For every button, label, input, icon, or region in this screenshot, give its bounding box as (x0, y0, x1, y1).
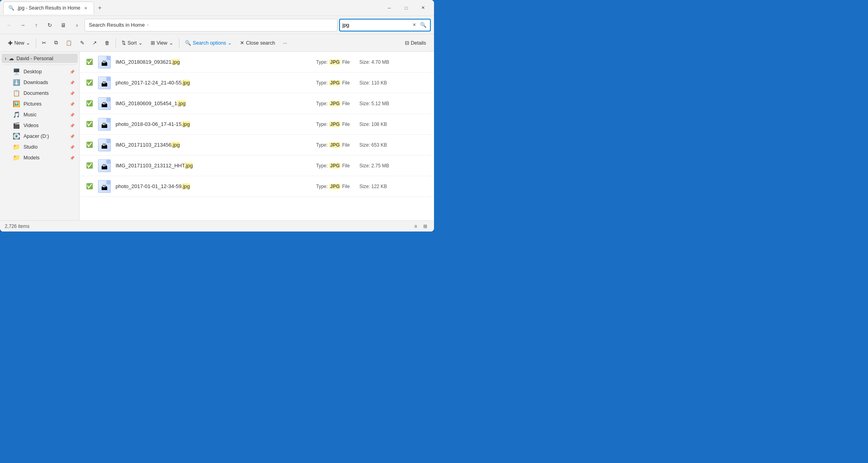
grid-view-button[interactable]: ⊞ (421, 222, 429, 230)
sidebar-item-downloads[interactable]: ⬇️ Downloads 📌 (2, 77, 78, 88)
breadcrumb-bar[interactable]: Search Results in Home › (84, 19, 338, 31)
sidebar-item-documents[interactable]: 📋 Documents 📌 (2, 88, 78, 98)
file-name-area-0: IMG_20180819_093621.jpg (116, 59, 311, 65)
tab-label: .jpg - Search Results in Home (17, 5, 80, 11)
file-check-icon-3: ✅ (86, 121, 93, 128)
more-button[interactable]: ··· (280, 37, 290, 49)
table-row[interactable]: ✅ IMG_20171103_213456.jpg Type: JPG File… (80, 135, 434, 155)
file-name-area-1: photo_2017-12-24_21-40-55.jpg (116, 80, 311, 86)
toolbar: ✚ New ⌄ ✂ ⧉ 📋 ✎ ↗ 🗑 ⇅ Sort ⌄ ⊞ (0, 34, 434, 52)
list-view-button[interactable]: ≡ (412, 222, 420, 230)
back-button[interactable]: ← (3, 19, 15, 31)
studio-icon: 📁 (13, 143, 20, 151)
file-name-6: photo_2017-01-01_12-34-59.jpg (116, 183, 190, 189)
title-bar: 🔍 .jpg - Search Results in Home ✕ + ─ □ … (0, 0, 434, 16)
share-button[interactable]: ↗ (89, 37, 100, 49)
new-chevron-icon: ⌄ (26, 40, 30, 46)
pin-icon-pictures: 📌 (70, 102, 75, 106)
pin-icon-documents: 📌 (70, 91, 75, 96)
table-row[interactable]: ✅ photo_2017-12-24_21-40-55.jpg Type: JP… (80, 73, 434, 93)
file-type-5: Type: JPG File (316, 163, 350, 169)
search-box[interactable]: ✕ 🔍 (339, 19, 431, 31)
forward-button[interactable]: → (17, 19, 29, 31)
sidebar-label-downloads: Downloads (24, 80, 48, 85)
separator-3 (179, 38, 179, 48)
search-options-button[interactable]: 🔍 Search options ⌄ (182, 37, 235, 49)
file-meta-6: Type: JPG File Size: 122 KB (316, 184, 428, 189)
file-check-icon-1: ✅ (86, 79, 93, 86)
clear-search-button[interactable]: ✕ (411, 22, 417, 29)
sidebar-section-david[interactable]: › ☁ David - Personal (2, 54, 78, 63)
new-label: New (14, 40, 24, 46)
refresh-button[interactable]: ↻ (44, 19, 56, 31)
search-input[interactable] (342, 22, 409, 28)
cut-button[interactable]: ✂ (39, 37, 49, 49)
file-type-0: Type: JPG File (316, 59, 350, 65)
file-icon-4 (98, 139, 111, 151)
file-icon-5 (98, 159, 111, 172)
table-row[interactable]: ✅ IMG_20180609_105454_1.jpg Type: JPG Fi… (80, 93, 434, 114)
maximize-button[interactable]: □ (398, 2, 414, 14)
sidebar-label-documents: Documents (24, 90, 49, 96)
pin-icon-apacer: 📌 (70, 134, 75, 139)
this-pc-button[interactable]: 🖥 (57, 19, 69, 31)
copy-button[interactable]: ⧉ (51, 37, 61, 49)
details-button[interactable]: ⊟ Details (402, 37, 429, 49)
file-size-4: Size: 653 KB (359, 142, 387, 148)
sort-button[interactable]: ⇅ Sort ⌄ (118, 37, 146, 49)
file-prefix-3: photo_2018-03-06_17-41-15 (116, 121, 182, 127)
close-button[interactable]: ✕ (415, 2, 431, 14)
search-submit-button[interactable]: 🔍 (419, 20, 428, 30)
rename-button[interactable]: ✎ (77, 37, 88, 49)
file-size-1: Size: 110 KB (359, 80, 387, 86)
file-check-icon-6: ✅ (86, 183, 93, 190)
tab-close-button[interactable]: ✕ (82, 5, 89, 11)
details-icon: ⊟ (405, 40, 409, 46)
sidebar-item-pictures[interactable]: 🖼️ Pictures 📌 (2, 99, 78, 109)
sidebar-item-studio[interactable]: 📁 Studio 📌 (2, 142, 78, 152)
file-suffix-4: .jpg (171, 142, 180, 148)
file-prefix-0: IMG_20180819_093621 (116, 59, 171, 65)
sidebar-item-models[interactable]: 📁 Models 📌 (2, 153, 78, 163)
cut-icon: ✂ (42, 40, 46, 46)
sort-label: Sort (128, 40, 137, 46)
up-button[interactable]: ↑ (30, 19, 42, 31)
pin-icon-downloads: 📌 (70, 80, 75, 85)
address-bar: ← → ↑ ↻ 🖥 › Search Results in Home › ✕ 🔍 (0, 16, 434, 34)
pin-icon-studio: 📌 (70, 145, 75, 149)
sidebar-item-apacer[interactable]: 💽 Apacer (D:) 📌 (2, 131, 78, 141)
file-name-1: photo_2017-12-24_21-40-55.jpg (116, 80, 190, 86)
active-tab[interactable]: 🔍 .jpg - Search Results in Home ✕ (3, 2, 94, 14)
table-row[interactable]: ✅ IMG_20171103_213112_HHT.jpg Type: JPG … (80, 155, 434, 176)
new-tab-button[interactable]: + (94, 2, 105, 14)
sort-icon: ⇅ (122, 40, 126, 46)
separator-1 (36, 38, 36, 48)
cloud-icon: ☁ (9, 55, 14, 61)
view-button[interactable]: ⊞ View ⌄ (147, 37, 177, 49)
file-prefix-2: IMG_20180609_105454_1 (116, 100, 177, 106)
file-name-2: IMG_20180609_105454_1.jpg (116, 100, 186, 106)
sidebar-item-desktop[interactable]: 🖥️ Desktop 📌 (2, 67, 78, 77)
pin-icon-desktop: 📌 (70, 70, 75, 74)
file-thumbnail-6 (98, 180, 111, 193)
nav-chevron[interactable]: › (71, 19, 83, 31)
file-check-icon-0: ✅ (86, 59, 93, 66)
file-check-icon-2: ✅ (86, 100, 93, 107)
close-search-label: Close search (246, 40, 275, 46)
paste-icon: 📋 (66, 40, 72, 46)
minimize-button[interactable]: ─ (381, 2, 397, 14)
new-button[interactable]: ✚ New ⌄ (5, 37, 33, 49)
file-name-4: IMG_20171103_213456.jpg (116, 142, 180, 148)
delete-button[interactable]: 🗑 (102, 37, 113, 49)
rename-icon: ✎ (80, 40, 84, 46)
table-row[interactable]: ✅ photo_2018-03-06_17-41-15.jpg Type: JP… (80, 114, 434, 135)
close-search-button[interactable]: ✕ Close search (237, 37, 278, 49)
sidebar-item-videos[interactable]: 🎬 Videos 📌 (2, 120, 78, 131)
main-area: › ☁ David - Personal 🖥️ Desktop 📌 ⬇️ Dow… (0, 52, 434, 220)
file-size-0: Size: 4.70 MB (359, 59, 389, 65)
table-row[interactable]: ✅ photo_2017-01-01_12-34-59.jpg Type: JP… (80, 176, 434, 197)
sidebar-item-music[interactable]: 🎵 Music 📌 (2, 110, 78, 120)
file-type-2: Type: JPG File (316, 101, 350, 106)
table-row[interactable]: ✅ IMG_20180819_093621.jpg Type: JPG File… (80, 52, 434, 73)
paste-button[interactable]: 📋 (63, 37, 75, 49)
